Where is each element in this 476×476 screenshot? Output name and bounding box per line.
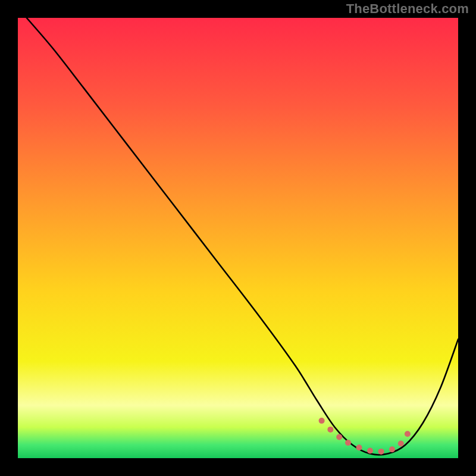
curve-marker xyxy=(319,418,325,424)
curve-marker xyxy=(336,434,342,440)
curve-marker xyxy=(345,440,351,446)
curve-marker xyxy=(389,446,395,452)
watermark-text: TheBottleneck.com xyxy=(346,1,469,17)
curve-marker xyxy=(367,447,373,453)
curve-marker xyxy=(378,449,384,455)
curve-marker xyxy=(356,444,362,450)
curve-marker xyxy=(398,441,404,447)
curve-marker xyxy=(405,431,411,437)
curve-marker xyxy=(327,427,333,433)
plot-background xyxy=(18,18,458,458)
chart-svg xyxy=(0,0,476,476)
chart-frame: TheBottleneck.com xyxy=(0,0,476,476)
